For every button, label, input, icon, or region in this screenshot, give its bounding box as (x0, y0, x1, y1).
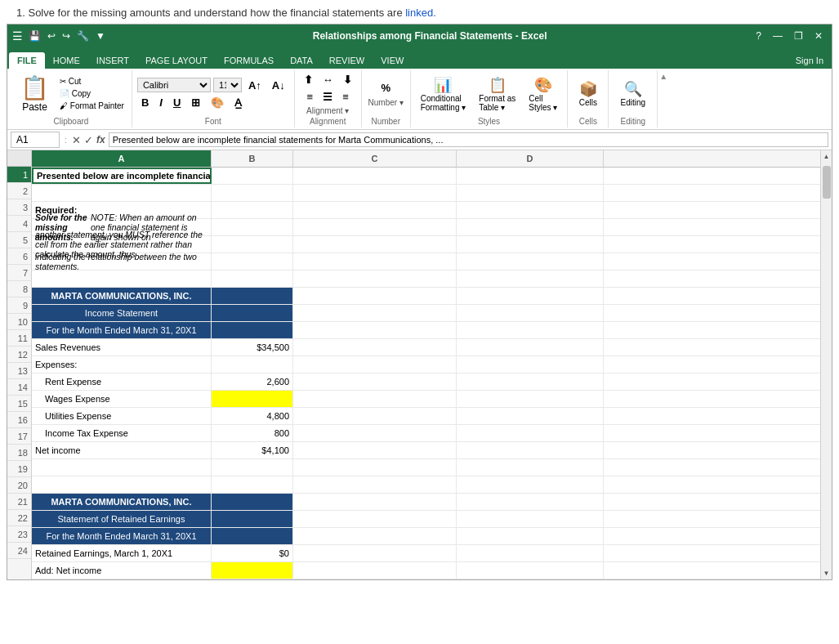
cell-c7[interactable] (293, 271, 457, 287)
cell-c16[interactable] (293, 425, 457, 441)
cell-a2[interactable] (32, 185, 212, 201)
align-top-btn[interactable]: ⬆ (300, 72, 317, 87)
cell-c3[interactable] (293, 202, 457, 218)
cell-c4[interactable] (293, 219, 457, 235)
cell-b23[interactable]: $0 (212, 545, 293, 561)
paste-button[interactable]: 📋 Paste (16, 73, 54, 114)
cell-d11[interactable] (457, 339, 604, 356)
cell-c1[interactable] (293, 168, 457, 184)
tab-review[interactable]: REVIEW (321, 52, 373, 69)
cell-d9[interactable] (457, 305, 604, 321)
cell-a10[interactable]: For the Month Ended March 31, 20X1 (32, 322, 212, 338)
cell-d17[interactable] (457, 442, 604, 458)
undo-btn[interactable]: ↩ (45, 29, 58, 42)
cell-b6[interactable] (212, 253, 293, 270)
cell-d14[interactable] (457, 391, 604, 407)
cell-c17[interactable] (293, 442, 457, 458)
cell-c10[interactable] (293, 322, 457, 338)
cell-a9[interactable]: Income Statement (32, 305, 212, 321)
cell-d1[interactable] (457, 168, 604, 184)
cell-b19[interactable] (212, 476, 293, 493)
cell-d19[interactable] (457, 476, 604, 493)
cell-a6[interactable]: indicating the relationship between the … (32, 253, 212, 270)
cell-a7[interactable] (32, 271, 212, 287)
cell-c14[interactable] (293, 391, 457, 407)
decrease-font-btn[interactable]: A↓ (268, 78, 289, 93)
tab-view[interactable]: VIEW (373, 52, 412, 69)
ribbon-expand-btn[interactable]: ▲ (658, 70, 669, 127)
col-header-a[interactable]: A (32, 150, 212, 167)
cancel-formula-btn[interactable]: ✕ (72, 134, 81, 146)
cell-d12[interactable] (457, 356, 604, 373)
tab-formulas[interactable]: FORMULAS (216, 52, 282, 69)
font-family-select[interactable]: Calibri (137, 78, 211, 92)
cell-c22[interactable] (293, 528, 457, 544)
align-center-btn[interactable]: ☰ (319, 89, 337, 105)
save-btn[interactable]: 💾 (26, 29, 43, 42)
cell-c21[interactable] (293, 511, 457, 527)
cell-b17[interactable]: $4,100 (212, 442, 293, 458)
formula-input[interactable]: Presented below are incomplete financial… (109, 132, 828, 147)
cell-a21[interactable]: Statement of Retained Earnings (32, 511, 212, 527)
cell-a12[interactable]: Expenses: (32, 356, 212, 373)
cell-d23[interactable] (457, 545, 604, 561)
cell-b5[interactable] (212, 236, 293, 253)
cell-a20[interactable]: MARTA COMMUNICATIONS, INC. (32, 494, 212, 510)
cell-c12[interactable] (293, 356, 457, 373)
cell-a18[interactable] (32, 459, 212, 476)
sign-in-btn[interactable]: Sign In (789, 52, 830, 69)
cell-b10[interactable] (212, 322, 293, 338)
format-as-table-btn[interactable]: 📋 Format asTable ▾ (474, 74, 520, 114)
cell-b16[interactable]: 800 (212, 425, 293, 441)
cell-styles-btn[interactable]: 🎨 CellStyles ▾ (524, 74, 562, 114)
cell-d3[interactable] (457, 202, 604, 218)
cell-c15[interactable] (293, 408, 457, 424)
cell-d10[interactable] (457, 322, 604, 338)
cell-d8[interactable] (457, 288, 604, 304)
cell-a17[interactable]: Net income (32, 442, 212, 458)
scroll-thumb[interactable] (823, 166, 831, 199)
cell-b22[interactable] (212, 528, 293, 544)
redo-btn[interactable]: ↪ (60, 29, 73, 42)
cell-a5[interactable]: another statement, you MUST reference th… (32, 236, 212, 253)
cell-b14[interactable] (212, 391, 293, 407)
scroll-down-arrow[interactable]: ▼ (823, 567, 830, 579)
cell-c8[interactable] (293, 288, 457, 304)
cell-a19[interactable] (32, 476, 212, 493)
cell-a1[interactable]: Presented below are incomplete financial… (32, 168, 212, 184)
cell-d6[interactable] (457, 253, 604, 270)
cell-a11[interactable]: Sales Revenues (32, 339, 212, 356)
cell-c23[interactable] (293, 545, 457, 561)
align-middle-btn[interactable]: ↔ (319, 72, 337, 87)
cell-c24[interactable] (293, 562, 457, 579)
conditional-formatting-btn[interactable]: 📊 ConditionalFormatting ▾ (416, 74, 471, 114)
cell-a14[interactable]: Wages Expense (32, 391, 212, 407)
cell-b13[interactable]: 2,600 (212, 373, 293, 390)
cell-c13[interactable] (293, 373, 457, 390)
cell-a16[interactable]: Income Tax Expense (32, 425, 212, 441)
underline-btn[interactable]: U (169, 95, 185, 110)
cell-b3[interactable] (212, 202, 293, 218)
cell-c11[interactable] (293, 339, 457, 356)
percent-btn[interactable]: % (377, 80, 395, 96)
cell-d18[interactable] (457, 459, 604, 476)
cell-c5[interactable] (293, 236, 457, 253)
tab-insert[interactable]: INSERT (88, 52, 137, 69)
border-btn[interactable]: ⊞ (187, 95, 204, 110)
help-btn[interactable]: ? (752, 29, 765, 43)
scroll-up-arrow[interactable]: ▲ (823, 150, 830, 163)
cell-b1[interactable] (212, 168, 293, 184)
close-btn[interactable]: ✕ (810, 29, 827, 43)
cell-a24[interactable]: Add: Net income (32, 562, 212, 579)
format-painter-button[interactable]: 🖌 Format Painter (57, 101, 127, 111)
editing-btn[interactable]: 🔍 Editing (616, 78, 651, 109)
cell-c20[interactable] (293, 494, 457, 510)
cell-a22[interactable]: For the Month Ended March 31, 20X1 (32, 528, 212, 544)
align-right-btn[interactable]: ≡ (338, 89, 353, 105)
cell-c2[interactable] (293, 185, 457, 201)
tab-file[interactable]: FILE (9, 52, 45, 69)
cell-d2[interactable] (457, 185, 604, 201)
cell-d7[interactable] (457, 271, 604, 287)
cell-d15[interactable] (457, 408, 604, 424)
cell-b20[interactable] (212, 494, 293, 510)
